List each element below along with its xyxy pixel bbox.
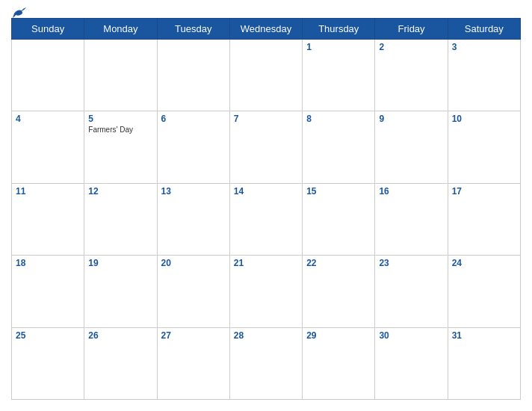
weekday-header-monday: Monday xyxy=(84,19,157,40)
calendar-table: SundayMondayTuesdayWednesdayThursdayFrid… xyxy=(11,18,521,400)
day-number: 31 xyxy=(452,330,516,341)
day-number: 7 xyxy=(234,114,298,124)
weekday-header-saturday: Saturday xyxy=(448,19,520,40)
calendar-cell: 24 xyxy=(448,256,520,327)
calendar-cell: 5Farmers' Day xyxy=(84,111,157,183)
day-number: 14 xyxy=(234,186,298,197)
calendar-cell: 26 xyxy=(84,327,157,399)
calendar-cell: 21 xyxy=(229,256,302,327)
day-number: 17 xyxy=(452,186,516,197)
calendar-cell: 16 xyxy=(375,183,448,255)
calendar-cell: 4 xyxy=(12,111,84,183)
calendar-week-row: 25262728293031 xyxy=(12,327,521,399)
calendar-cell: 20 xyxy=(157,256,229,327)
day-number: 10 xyxy=(452,114,516,124)
calendar-cell: 8 xyxy=(303,111,375,183)
calendar-cell: 2 xyxy=(375,40,448,111)
calendar-cell: 12 xyxy=(84,183,157,255)
day-number: 9 xyxy=(379,114,443,124)
calendar-cell: 7 xyxy=(229,111,302,183)
day-number: 23 xyxy=(379,258,443,268)
day-number: 26 xyxy=(88,330,152,341)
calendar-cell: 13 xyxy=(157,183,229,255)
logo-bird-icon xyxy=(13,7,26,18)
calendar-cell: 22 xyxy=(303,256,375,327)
day-number: 18 xyxy=(16,258,80,268)
day-number: 1 xyxy=(306,42,371,52)
calendar-header xyxy=(11,7,521,18)
day-number: 27 xyxy=(161,330,226,341)
calendar-header-row: SundayMondayTuesdayWednesdayThursdayFrid… xyxy=(12,19,521,40)
day-number: 28 xyxy=(234,330,298,341)
calendar-cell: 6 xyxy=(157,111,229,183)
calendar-cell xyxy=(157,40,229,111)
calendar-week-row: 11121314151617 xyxy=(12,183,521,255)
day-number: 25 xyxy=(16,330,80,341)
day-number: 22 xyxy=(306,258,371,268)
calendar-cell: 27 xyxy=(157,327,229,399)
calendar-cell: 10 xyxy=(448,111,520,183)
day-number: 3 xyxy=(452,42,516,52)
day-number: 30 xyxy=(379,330,443,341)
calendar-cell: 19 xyxy=(84,256,157,327)
day-number: 15 xyxy=(306,186,371,197)
weekday-header-friday: Friday xyxy=(375,19,448,40)
calendar-cell: 11 xyxy=(12,183,84,255)
calendar-cell: 29 xyxy=(303,327,375,399)
day-number: 20 xyxy=(161,258,226,268)
calendar-cell: 18 xyxy=(12,256,84,327)
day-number: 19 xyxy=(88,258,152,268)
event-label: Farmers' Day xyxy=(88,126,152,134)
calendar-week-row: 45Farmers' Day678910 xyxy=(12,111,521,183)
day-number: 21 xyxy=(234,258,298,268)
weekday-header-sunday: Sunday xyxy=(12,19,84,40)
day-number: 11 xyxy=(16,186,80,197)
calendar-cell: 17 xyxy=(448,183,520,255)
calendar-cell: 1 xyxy=(303,40,375,111)
calendar-cell xyxy=(12,40,84,111)
calendar-cell: 25 xyxy=(12,327,84,399)
calendar-cell xyxy=(229,40,302,111)
day-number: 24 xyxy=(452,258,516,268)
calendar-cell xyxy=(84,40,157,111)
weekday-header-tuesday: Tuesday xyxy=(157,19,229,40)
calendar-cell: 15 xyxy=(303,183,375,255)
calendar-cell: 30 xyxy=(375,327,448,399)
calendar-cell: 28 xyxy=(229,327,302,399)
day-number: 13 xyxy=(161,186,226,197)
day-number: 29 xyxy=(306,330,371,341)
day-number: 5 xyxy=(88,114,152,124)
day-number: 6 xyxy=(161,114,226,124)
day-number: 16 xyxy=(379,186,443,197)
calendar-cell: 31 xyxy=(448,327,520,399)
weekday-header-wednesday: Wednesday xyxy=(229,19,302,40)
calendar-week-row: 123 xyxy=(12,40,521,111)
day-number: 2 xyxy=(379,42,443,52)
calendar-cell: 9 xyxy=(375,111,448,183)
day-number: 4 xyxy=(16,114,80,124)
calendar-week-row: 18192021222324 xyxy=(12,256,521,327)
calendar-cell: 3 xyxy=(448,40,520,111)
logo xyxy=(11,7,26,18)
calendar-cell: 23 xyxy=(375,256,448,327)
day-number: 12 xyxy=(88,186,152,197)
day-number: 8 xyxy=(306,114,371,124)
weekday-header-thursday: Thursday xyxy=(303,19,375,40)
calendar-cell: 14 xyxy=(229,183,302,255)
